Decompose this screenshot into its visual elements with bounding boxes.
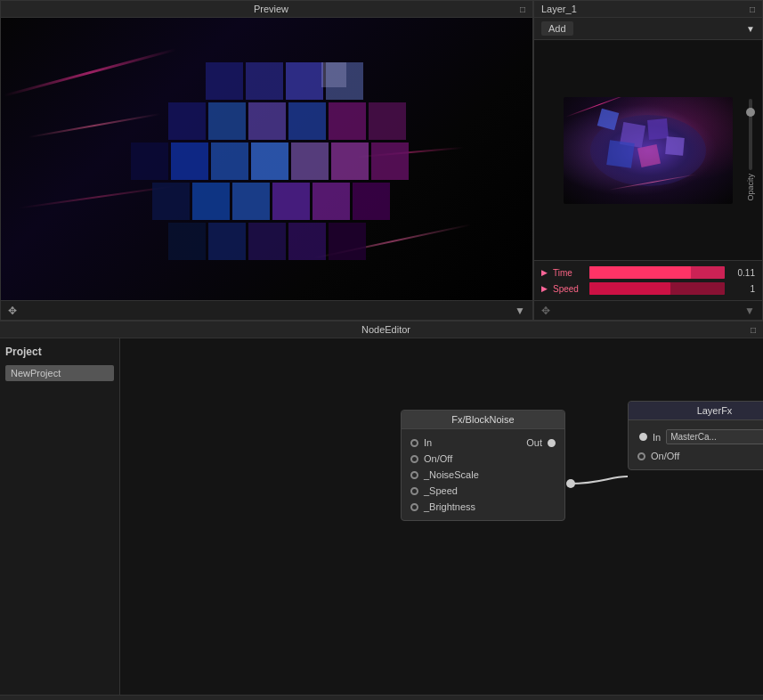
layer-fx-node: LayerFx In MasterCa... ▼ On/Off [628,401,763,470]
layerfx-select-value: MasterCa... [666,429,763,444]
fx-speed-label: _Speed [424,485,458,496]
node-editor-title: NodeEditor [361,324,410,335]
fx-noisescale-port[interactable] [410,471,418,479]
preview-title: Preview [22,4,520,14]
preview-mosaic [1,18,532,300]
time-value: 0.11 [730,268,755,278]
layer-preview-area: Opacity [534,40,762,260]
svg-point-0 [566,479,575,488]
fx-speed-port[interactable] [410,487,418,495]
opacity-slider[interactable]: Opacity [744,40,757,260]
layer-collapse-bottom-icon[interactable]: ▼ [744,305,755,317]
layerfx-in-row: In MasterCa... ▼ [632,426,763,448]
layerfx-onoff-label: On/Off [651,451,679,461]
time-label: Time [553,268,584,278]
opacity-label: Opacity [746,174,755,201]
fx-onoff-row: On/Off [405,451,561,467]
layer-thumbnail [564,97,733,204]
project-item-newproject[interactable]: NewProject [5,365,114,381]
fx-out-label-wrapper: Out [526,437,556,448]
node-editor-collapse-icon[interactable]: □ [751,325,756,335]
preview-collapse-bottom-icon[interactable]: ▼ [515,305,525,317]
speed-bar[interactable] [589,282,725,295]
speed-param-row: ▶ Speed 1 [534,281,762,297]
preview-canvas [1,18,532,300]
fx-brightness-label: _Brightness [424,501,475,512]
fx-noisescale-label: _NoiseScale [424,469,479,480]
opacity-track [749,99,752,170]
time-param-row: ▶ Time 0.11 [534,265,762,281]
fx-in-out-row: In Out [405,435,561,451]
time-play-btn[interactable]: ▶ [541,268,548,277]
fx-block-noise-title: Fx/BlockNoise [402,411,564,429]
fx-in-label: In [424,437,432,448]
fx-noisescale-row: _NoiseScale [405,467,561,483]
layerfx-onoff-row: On/Off [632,448,763,464]
fx-out-port[interactable] [548,439,556,447]
project-title: Project [5,346,114,358]
fx-brightness-port[interactable] [410,503,418,511]
time-bar[interactable] [589,266,725,279]
preview-bottom-bar: ✥ ▼ [1,300,532,320]
fx-block-noise-node: Fx/BlockNoise In Out On/Off _ [401,410,565,521]
node-canvas[interactable]: Fx/BlockNoise In Out On/Off _ [120,338,763,695]
layer-fx-body: In MasterCa... ▼ On/Off [629,420,763,469]
preview-header: Preview □ [1,1,532,18]
speed-play-btn[interactable]: ▶ [541,284,548,293]
layerfx-in-port[interactable] [639,433,647,441]
layer-add-bar: Add ▼ [534,18,762,40]
layerfx-onoff-port[interactable] [637,452,645,460]
fx-in-port[interactable] [410,439,418,447]
layer-bottom: ✥ ▼ [534,300,762,320]
speed-value: 1 [730,284,755,294]
fx-out-label: Out [526,437,542,448]
layer-move-icon[interactable]: ✥ [541,305,550,317]
add-button[interactable]: Add [541,21,573,36]
fx-block-noise-body: In Out On/Off _NoiseScale _Speed [402,429,564,520]
bottom-section: Project NewProject Fx/BlockNoise In Out [0,338,763,695]
fx-speed-row: _Speed [405,483,561,499]
opacity-thumb [746,108,755,117]
speed-label: Speed [553,284,584,294]
node-editor-header: NodeEditor □ [0,321,763,338]
layerfx-selector: MasterCa... ▼ [666,429,763,444]
layerfx-in-label: In [653,432,661,443]
layer-params: ▶ Time 0.11 ▶ Speed 1 [534,260,762,300]
preview-collapse-icon[interactable]: □ [520,4,525,14]
layer-collapse-icon[interactable]: □ [750,4,755,14]
bottom-resize-bar: ▼ [0,695,763,700]
layer-title: Layer_1 [541,4,577,14]
connector-svg [120,338,387,472]
preview-panel: Preview □ [0,0,533,321]
add-dropdown-icon[interactable]: ▼ [746,24,755,34]
layer-header: Layer_1 □ [534,1,762,18]
layer-panel: Layer_1 □ Add ▼ [533,0,763,321]
project-sidebar: Project NewProject [0,338,120,695]
fx-onoff-port[interactable] [410,455,418,463]
move-icon[interactable]: ✥ [8,305,17,317]
fx-brightness-row: _Brightness [405,499,561,515]
fx-onoff-label: On/Off [424,453,452,464]
layer-fx-title: LayerFx [629,402,763,420]
